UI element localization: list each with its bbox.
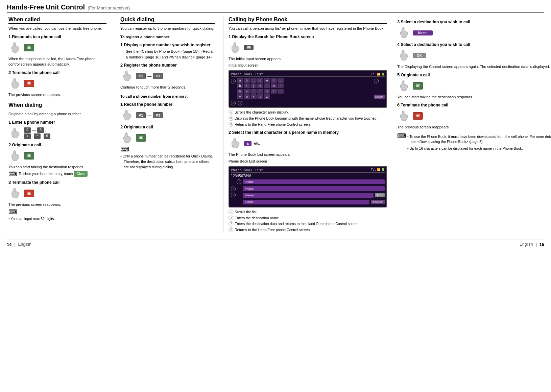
char-v[interactable]: v	[237, 94, 243, 99]
char-e[interactable]: e	[264, 78, 270, 83]
p1-recall-btn[interactable]: P1	[136, 112, 146, 118]
char-f[interactable]: f	[271, 78, 277, 83]
circle-2: ②	[231, 79, 236, 83]
footer-left-num: 14	[7, 242, 11, 247]
char-b[interactable]: b	[244, 78, 250, 83]
char-l[interactable]: l	[264, 83, 270, 88]
footer-right-lang: English	[520, 242, 533, 247]
col-right: 3 Select a destination you wish to call …	[396, 17, 551, 153]
when-dialing-step3-note: The previous screen reappears.	[8, 202, 106, 207]
char-u[interactable]: u	[278, 89, 284, 94]
ok-screen-btn[interactable]: OK	[413, 53, 426, 58]
char-h[interactable]: h	[237, 83, 243, 88]
key-9[interactable]: 9	[37, 127, 44, 133]
char-c[interactable]: c	[250, 78, 257, 83]
quick-dial-note-box: ⌨	[120, 146, 215, 152]
char-s[interactable]: s	[264, 89, 270, 94]
p3-recall-btn[interactable]: P3	[153, 112, 163, 118]
right-step5-note: You can start talking the destination re…	[397, 94, 551, 100]
phone-book-list-label: Phone Book List screen	[229, 159, 387, 164]
return-btn-1[interactable]: Return	[374, 95, 385, 99]
pb-note-1: ① Scrolls the character array display.	[229, 110, 387, 115]
char-a[interactable]: a	[237, 78, 243, 83]
pb-step2-row: a etc.	[229, 137, 387, 150]
right-circles: ▲ Return	[374, 78, 385, 100]
green-phone-btn-3[interactable]: ☏	[413, 82, 423, 90]
char-o[interactable]: o	[237, 89, 243, 94]
footer-left-lang: English	[18, 242, 31, 247]
pb-name-2[interactable]: Name	[243, 186, 385, 191]
right-step4-note: The Displaying the Control screen appear…	[397, 64, 551, 70]
hand-icon-12	[397, 49, 410, 62]
key-plus[interactable]: +	[24, 133, 31, 139]
pb-step1-note: The Initial Input screen appears.	[229, 56, 387, 62]
phone-number: 1234567890	[231, 174, 251, 178]
char-n[interactable]: n	[278, 83, 284, 88]
pb-name-4[interactable]: Name	[243, 200, 369, 204]
note-box-keyboard: ⌨ To clear your incorrect entry, touch C…	[8, 171, 106, 177]
right-step3-row: Name	[397, 26, 551, 39]
green-phone-btn-1[interactable]: ☏	[24, 44, 34, 51]
section-calling-phone-book: Calling by Phone Book You can call a per…	[229, 17, 387, 233]
green-phone-btn-2[interactable]: ☏	[24, 152, 34, 160]
right-note-box: ⌨ • To use the Phone Book, it must have …	[397, 133, 551, 153]
pb-name-1[interactable]: Name	[243, 179, 385, 184]
section-when-dialing: When dialing Originate a call by enterin…	[8, 102, 106, 221]
char-w[interactable]: w	[244, 94, 250, 99]
status-icons-1: Tel 📶 🔋	[371, 73, 385, 76]
when-dialing-footer-note: • You can input max 32 digits.	[8, 216, 106, 222]
scroll-col: ②	[231, 78, 236, 100]
pb-step2-note: The Phone Book List screen appears.	[229, 152, 387, 157]
footer-separator-left: |	[14, 242, 15, 247]
phone-screen2-title: Phone Book List Tel 📶 🔋	[231, 168, 385, 173]
hand-icon-8	[120, 131, 133, 144]
quick-dialing-title: Quick dialing	[120, 17, 215, 24]
a-char-btn[interactable]: a	[244, 141, 251, 146]
char-k[interactable]: k	[257, 83, 263, 88]
key-hash[interactable]: #	[44, 133, 50, 139]
red-phone-btn-1[interactable]: ☏	[24, 80, 34, 87]
clear-button[interactable]: Clear	[74, 171, 88, 177]
char-g[interactable]: g	[278, 78, 284, 83]
circle-1-sc: ①	[231, 101, 236, 105]
pb-name-3[interactable]: Name	[243, 193, 374, 198]
pb-left-circles: ① ①	[231, 187, 236, 197]
p3-btn[interactable]: P3	[153, 73, 163, 79]
register-step2-title: 2 Register the phone number	[120, 63, 215, 68]
char-j[interactable]: j	[250, 83, 257, 88]
col-quick-dialing: Quick dialing You can register up to 3 p…	[115, 17, 216, 171]
char-d[interactable]: d	[257, 78, 263, 83]
pb2-note-4: ④ Returns to the Hand-Free phone Control…	[229, 227, 387, 233]
hand-icon-9	[229, 41, 241, 54]
red-phone-btn-3[interactable]: ☏	[413, 112, 423, 120]
char-r[interactable]: r	[257, 89, 263, 94]
ok-small-btn[interactable]: ③ OK	[375, 193, 385, 197]
char-y[interactable]: y	[257, 94, 263, 99]
char-t[interactable]: t	[271, 89, 277, 94]
when-dialing-title: When dialing	[8, 102, 106, 109]
return-small-btn[interactable]: ④ Return	[371, 200, 385, 204]
char-z[interactable]: z	[264, 94, 270, 99]
pb-step2-title: 2 Select the initial character of a pers…	[229, 130, 387, 135]
name-screen-btn[interactable]: Name	[413, 30, 433, 35]
p1-btn[interactable]: P1	[136, 73, 146, 79]
char-q[interactable]: q	[250, 89, 257, 94]
char-m[interactable]: m	[271, 83, 277, 88]
char-p[interactable]: p	[244, 89, 250, 94]
key-0[interactable]: 0	[24, 127, 31, 133]
phone-number-row: 1234567890	[231, 174, 385, 178]
char-i[interactable]: i	[244, 83, 250, 88]
right-step4-row: OK	[397, 49, 551, 62]
phone-book-screen-1: Phone Book List Tel 📶 🔋 ② a b	[229, 70, 387, 108]
page-footer: 14 | English English | 15	[7, 240, 544, 247]
phonebook-screen-btn[interactable]: 📖	[244, 45, 254, 50]
footer-left: 14 | English	[7, 242, 31, 247]
right-step5-title: 5 Originate a call	[397, 72, 551, 77]
char-x[interactable]: x	[250, 94, 257, 99]
key-star[interactable]: *	[34, 133, 41, 139]
green-phone-btn-recall[interactable]: ☏	[136, 134, 146, 142]
hand-icon-7	[120, 109, 133, 122]
red-phone-btn-2[interactable]: ☏	[24, 190, 34, 197]
when-called-step1-note: When the telephone is called, the Hands-…	[8, 56, 106, 67]
char-row-1: a b c d e f g	[237, 78, 373, 83]
